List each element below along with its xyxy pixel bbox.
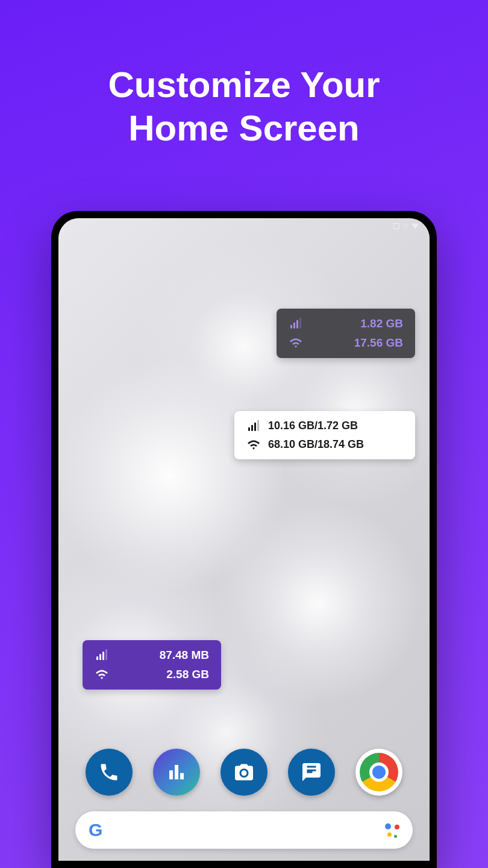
widget-wifi-row: 17.56 GB	[289, 336, 403, 350]
wifi-icon	[95, 668, 109, 681]
svg-rect-2	[180, 773, 184, 780]
status-icon	[411, 224, 419, 229]
widget-mobile-row: 1.82 GB	[289, 317, 403, 330]
phone-screen: 1.82 GB 17.56 GB 10.16 GB/1.72 GB	[58, 218, 430, 861]
stats-app-icon[interactable]	[153, 749, 200, 796]
wifi-data-value: 17.56 GB	[311, 336, 403, 350]
data-widget-light[interactable]: 10.16 GB/1.72 GB 68.10 GB/18.74 GB	[234, 411, 415, 459]
wifi-data-value: 68.10 GB/18.74 GB	[268, 438, 403, 451]
wifi-icon	[289, 337, 303, 349]
status-icon	[393, 223, 399, 229]
mobile-data-value: 87.48 MB	[117, 649, 209, 662]
assistant-icon[interactable]	[384, 822, 399, 838]
widget-wifi-row: 2.58 GB	[95, 668, 209, 681]
title-line-2: Home Screen	[0, 107, 488, 150]
svg-rect-0	[169, 770, 173, 779]
camera-app-icon[interactable]	[221, 749, 267, 796]
dock	[58, 749, 430, 796]
messages-app-icon[interactable]	[288, 749, 335, 796]
svg-rect-1	[175, 765, 178, 779]
data-widget-dark[interactable]: 1.82 GB 17.56 GB	[277, 309, 415, 358]
title-line-1: Customize Your	[0, 63, 488, 107]
widget-mobile-row: 87.48 MB	[95, 649, 209, 662]
widget-mobile-row: 10.16 GB/1.72 GB	[246, 420, 403, 432]
data-widget-purple[interactable]: 87.48 MB 2.58 GB	[83, 640, 221, 690]
wifi-data-value: 2.58 GB	[117, 668, 209, 681]
signal-icon	[95, 650, 109, 660]
phone-mockup: 1.82 GB 17.56 GB 10.16 GB/1.72 GB	[51, 211, 437, 868]
status-bar	[393, 223, 419, 229]
phone-app-icon[interactable]	[86, 749, 133, 796]
google-logo-icon: G	[89, 820, 102, 840]
mobile-data-value: 1.82 GB	[311, 317, 403, 330]
wifi-icon	[246, 439, 261, 451]
widget-wifi-row: 68.10 GB/18.74 GB	[246, 438, 403, 451]
chrome-app-icon[interactable]	[355, 749, 402, 796]
google-search-bar[interactable]: G	[75, 811, 413, 849]
mobile-data-value: 10.16 GB/1.72 GB	[268, 420, 403, 432]
status-icon	[403, 224, 408, 228]
promo-title: Customize Your Home Screen	[0, 0, 488, 150]
signal-icon	[246, 421, 261, 431]
signal-icon	[289, 319, 303, 329]
